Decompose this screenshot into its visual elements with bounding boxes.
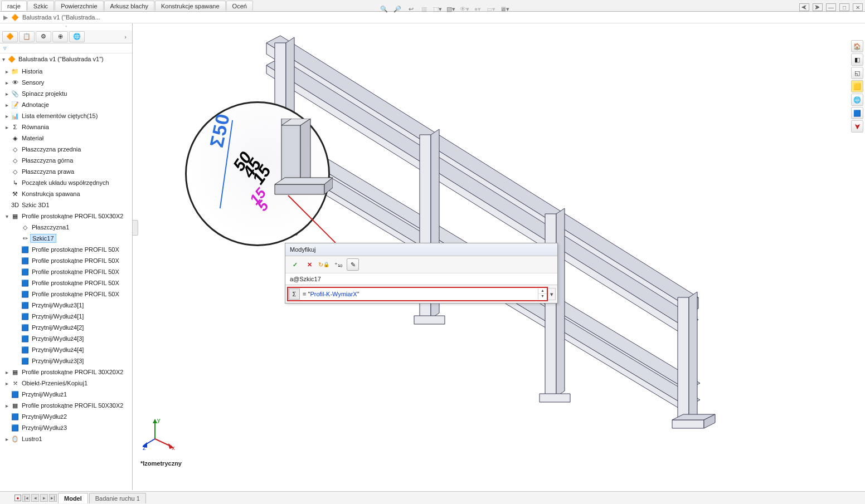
tree-node[interactable]: ◇Płaszczyzna górna (1, 155, 132, 166)
taskpane-properties-icon[interactable]: 🟦 (851, 107, 863, 119)
section-view-icon[interactable]: ▥ (419, 4, 429, 14)
tree-node[interactable]: ▸▦Profile prostokątne PROFIL 30X20X2 (1, 366, 132, 378)
filter-row[interactable]: ▿ (0, 43, 132, 53)
value-row: Σ = "Profil-K-WymiarX" ▲▼ ▾ (285, 285, 557, 303)
win-prev-icon[interactable]: ⮜ (799, 3, 809, 11)
tree-node[interactable]: ▸ΣRównania (1, 121, 132, 133)
tree-node[interactable]: 🟦Profile prostokątne PROFIL 50X (1, 255, 132, 266)
taskpane-resources-icon[interactable]: ◧ (851, 53, 863, 66)
motion-next-icon[interactable]: ▸ (40, 494, 48, 502)
tree-node[interactable]: 🟦Profile prostokątne PROFIL 50X (1, 266, 132, 277)
tree-node[interactable]: ▸📝Adnotacje (1, 99, 132, 110)
taskpane-library-icon[interactable]: ◱ (851, 67, 863, 79)
tab-operations[interactable]: racje (1, 1, 27, 11)
zoom-area-icon[interactable]: 🔎 (392, 4, 402, 14)
tab-motion-study[interactable]: Badanie ruchu 1 (89, 493, 146, 503)
taskpane-view-palette-icon[interactable]: 🟨 (851, 80, 863, 92)
win-next-icon[interactable]: ⮞ (813, 3, 823, 11)
tree-node[interactable]: 🟦Profile prostokątne PROFIL 50X (1, 277, 132, 288)
taskpane-collapse-icon[interactable]: ⮟ (851, 120, 863, 133)
tree-node[interactable]: 🟦Przytnij/Wydłuż3 (1, 422, 132, 433)
view-orientation-icon[interactable]: ⬚▾ (432, 4, 443, 14)
fm-tab-config[interactable]: ⚙ (36, 31, 51, 42)
fm-tab-property[interactable]: 📋 (19, 31, 35, 42)
panel-grip[interactable]: ◦ (0, 23, 132, 30)
tree-node[interactable]: ▸🪞Lustro1 (1, 433, 132, 444)
tree-node[interactable]: ◇Płaszczyzna przednia (1, 144, 132, 155)
ok-button[interactable]: ✓ (289, 258, 301, 271)
tree-node[interactable]: ▸👁Sensory (1, 77, 132, 88)
tree-node[interactable]: 🟦Przytnij/Wydłuż4[1] (1, 311, 132, 322)
motion-first-icon[interactable]: |◂ (22, 494, 30, 502)
tree-node[interactable]: ⚒Konstrukcja spawana (1, 188, 132, 199)
tab-sheetmetal[interactable]: Arkusz blachy (104, 1, 154, 11)
tree-node[interactable]: ▸📁Historia (1, 66, 132, 77)
reverse-button[interactable]: ⁺₁₀ (332, 258, 344, 271)
taskpane-home-icon[interactable]: 🏠 (851, 40, 863, 52)
tree-node[interactable]: 🟦Przytnij/Wydłuż4[2] (1, 322, 132, 333)
mark-button[interactable]: ✎ (347, 258, 359, 271)
node-icon: 🟦 (20, 257, 30, 265)
tree-node[interactable]: 🟦Przytnij/Wydłuż4[4] (1, 344, 132, 355)
appearance-icon[interactable]: ●▾ (473, 4, 483, 14)
maximize-icon[interactable]: □ (839, 3, 849, 11)
rebuild-button[interactable]: ↻🔒 (318, 258, 330, 271)
fm-tab-overflow[interactable]: › (121, 33, 130, 40)
tree-node[interactable]: 🟦Przytnij/Wydłuż2 (1, 411, 132, 422)
tab-surfaces[interactable]: Powierzchnie (55, 1, 103, 11)
fm-tab-tree[interactable]: 🔶 (2, 31, 18, 42)
node-label: Przytnij/Wydłuż2 (20, 413, 69, 420)
dialog-title[interactable]: Modyfikuj (285, 243, 557, 256)
tree-node[interactable]: ◇Płaszczyzna1 (1, 222, 132, 233)
tree-node[interactable]: 🟦Profile prostokątne PROFIL 50X (1, 244, 132, 255)
tab-evaluate[interactable]: Oceń (226, 1, 253, 11)
tab-sketch[interactable]: Szkic (27, 1, 54, 11)
tree-node[interactable]: 🟦Przytnij/Wydłuż4[3] (1, 333, 132, 344)
feature-tree[interactable]: ▸📁Historia▸👁Sensory▸📎Spinacz projektu▸📝A… (0, 65, 132, 490)
dimension-name[interactable]: a@Szkic17 (285, 273, 557, 285)
tree-node[interactable]: ◈Materiał (1, 133, 132, 144)
node-label: Profile prostokątne PROFIL 50X (30, 257, 121, 265)
view-settings-icon[interactable]: 🖥▾ (499, 4, 509, 14)
minimize-icon[interactable]: — (826, 3, 836, 11)
tree-node[interactable]: ▸▦Profile prostokątne PROFIL 50X30X2 (1, 400, 132, 411)
tree-node[interactable]: 3DSzkic 3D1 (1, 199, 132, 211)
motion-prev-icon[interactable]: ◂ (31, 494, 39, 502)
tree-node[interactable]: 🟦Przytnij/Wydłuż1 (1, 389, 132, 400)
previous-view-icon[interactable]: ↩ (406, 4, 416, 14)
graphics-viewport[interactable]: Σ50 504515 155 Modyfikuj ✓ ✕ ↻🔒 ⁺₁₀ ✎ a@… (133, 23, 849, 490)
display-style-icon[interactable]: ▧▾ (446, 4, 456, 14)
tree-node[interactable]: 🟦Przytnij/Wydłuż3[1] (1, 300, 132, 311)
value-spinner[interactable]: ▲▼ (538, 288, 547, 300)
hide-show-icon[interactable]: 👁▾ (459, 4, 469, 14)
breadcrumb-root[interactable]: Balustrada v1 ("Balustrada... (22, 14, 100, 21)
motion-last-icon[interactable]: ▸| (49, 494, 57, 502)
fm-tab-dim[interactable]: ⊕ (52, 31, 68, 42)
taskpane-appearances-icon[interactable]: 🌐 (851, 94, 863, 106)
close-icon[interactable]: ✕ (853, 3, 863, 11)
tree-node[interactable]: ▸📎Spinacz projektu (1, 88, 132, 99)
units-dropdown[interactable]: ▾ (548, 288, 556, 300)
tree-node[interactable]: ✏Szkic17 (1, 233, 132, 244)
tree-node[interactable]: ◇Płaszczyzna prawa (1, 166, 132, 177)
scene-icon[interactable]: ▭▾ (486, 4, 496, 14)
global-variable-icon[interactable]: Σ (289, 288, 300, 300)
orientation-triad[interactable]: y x z (143, 418, 176, 451)
tab-weldments[interactable]: Konstrukcje spawane (155, 1, 226, 11)
fm-tab-display[interactable]: 🌐 (69, 31, 85, 42)
tree-root[interactable]: ▾🔶Balustrada v1 ("Balustrada v1") (0, 53, 132, 65)
node-label: Równania (20, 123, 51, 131)
tree-node[interactable]: 🟦Profile prostokątne PROFIL 50X (1, 288, 132, 300)
tree-node[interactable]: 🟦Przytnij/Wydłuż3[3] (1, 355, 132, 366)
zoom-fit-icon[interactable]: 🔍 (379, 4, 389, 14)
tab-model[interactable]: Model (58, 493, 88, 503)
bottom-tab-bar: ● |◂ ◂ ▸ ▸| Model Badanie ruchu 1 (0, 491, 865, 504)
tree-node[interactable]: ▸⤱Obiekt-Przenieś/Kopiuj1 (1, 378, 132, 389)
dimension-value-input[interactable]: = "Profil-K-WymiarX" (300, 289, 538, 299)
record-icon[interactable]: ● (14, 495, 21, 501)
panel-splitter-handle[interactable] (133, 220, 138, 236)
tree-node[interactable]: ▾▦Profile prostokątne PROFIL 50X30X2 (1, 211, 132, 222)
tree-node[interactable]: ▸📊Lista elementów ciętych(15) (1, 110, 132, 121)
tree-node[interactable]: ↳Początek układu współrzędnych (1, 177, 132, 188)
cancel-button[interactable]: ✕ (303, 258, 315, 271)
